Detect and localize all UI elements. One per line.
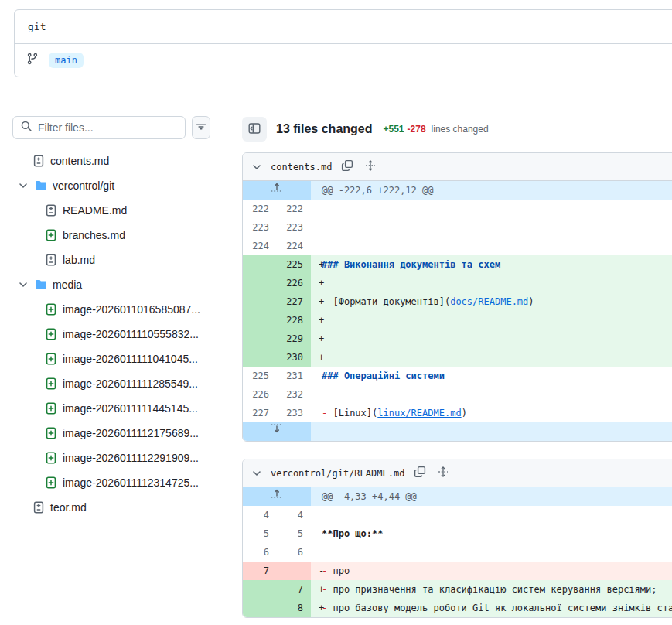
line-number-new: 5 bbox=[277, 524, 311, 543]
tree-folder-vercontrol-git[interactable]: vercontrol/git bbox=[12, 173, 210, 198]
tree-folder-media[interactable]: media bbox=[12, 272, 210, 297]
code-text: - bbox=[322, 562, 333, 580]
tree-file-teor-md[interactable]: teor.md bbox=[12, 495, 210, 520]
diff-modified-icon bbox=[32, 155, 45, 167]
code-link[interactable]: docs/README.md bbox=[450, 292, 528, 311]
chevron-down-icon[interactable] bbox=[251, 161, 263, 173]
chevron-down-icon[interactable] bbox=[17, 278, 29, 291]
expand-down-button[interactable] bbox=[243, 422, 311, 441]
code-text: про базову модель роботи Git як локально… bbox=[333, 599, 672, 617]
tree-file-image-2026011111445145[interactable]: image-2026011111445145... bbox=[12, 396, 210, 421]
diff-sign: + bbox=[311, 580, 322, 599]
expand-down-icon bbox=[268, 422, 285, 441]
diff-code-cell bbox=[311, 506, 672, 524]
tree-item-label: README.md bbox=[63, 204, 127, 217]
line-number-new: 231 bbox=[277, 367, 311, 385]
line-number-new: 232 bbox=[277, 385, 311, 404]
copy-icon bbox=[414, 466, 426, 480]
diff-line-ctx: 226232 bbox=[243, 385, 672, 404]
drag-move-button[interactable] bbox=[363, 158, 378, 176]
tree-file-image-2026011110555832[interactable]: image-2026011110555832... bbox=[12, 322, 210, 347]
diff-added-icon bbox=[45, 328, 57, 340]
content-area: contents.mdvercontrol/gitREADME.mdbranch… bbox=[0, 97, 672, 625]
folder-icon bbox=[35, 179, 47, 192]
tree-file-readme-md[interactable]: README.md bbox=[12, 198, 210, 223]
diff-sign bbox=[311, 367, 322, 385]
tree-file-image-2026011112314725[interactable]: image-2026011112314725... bbox=[12, 470, 210, 495]
expand-down-row bbox=[243, 422, 672, 441]
tree-item-label: teor.md bbox=[50, 501, 87, 514]
code-text: [Формати документів]( bbox=[333, 292, 450, 311]
code-text: - bbox=[322, 292, 333, 311]
diff-sign bbox=[311, 200, 322, 218]
tree-item-label: image-2026011112291909... bbox=[63, 452, 199, 464]
diff-sign: + bbox=[311, 599, 322, 617]
tree-file-image-2026011111285549[interactable]: image-2026011111285549... bbox=[12, 371, 210, 396]
diff-code-cell bbox=[311, 200, 672, 218]
diff-code-cell: ### Операційні системи bbox=[311, 367, 672, 385]
sidebar-collapse-button[interactable] bbox=[242, 117, 267, 142]
drag-move-button[interactable] bbox=[435, 464, 451, 482]
chevron-down-icon[interactable] bbox=[251, 467, 263, 480]
diff-line-add: 227+- [Формати документів](docs/README.m… bbox=[243, 292, 672, 311]
tree-item-label: image-2026011111041045... bbox=[63, 353, 198, 365]
expand-up-icon bbox=[268, 487, 285, 506]
code-text: ) bbox=[528, 292, 534, 311]
code-text: ### Виконання документів та схем bbox=[322, 255, 500, 274]
tree-file-contents-md[interactable]: contents.md bbox=[12, 149, 210, 173]
tree-item-label: vercontrol/git bbox=[53, 179, 114, 192]
line-number-old bbox=[243, 330, 277, 348]
tree-file-lab-md[interactable]: lab.md bbox=[12, 248, 210, 272]
diff-card-vercontrol-git-readme-md: vercontrol/git/README.md @@ -4,33 +4,44 … bbox=[242, 459, 672, 618]
diff-file-name: vercontrol/git/README.md bbox=[271, 468, 404, 479]
code-text: ### Операційні системи bbox=[322, 367, 445, 385]
filter-button[interactable] bbox=[192, 116, 210, 139]
diff-sign: + bbox=[311, 274, 322, 292]
diff-line-add: 7+- про призначення та класифікацію сист… bbox=[243, 580, 672, 599]
branch-badge[interactable]: main bbox=[49, 53, 84, 68]
tree-file-image-2026011111041045[interactable]: image-2026011111041045... bbox=[12, 347, 210, 371]
diff-code-cell: -- про bbox=[311, 562, 672, 580]
copy-path-button[interactable] bbox=[339, 158, 355, 176]
code-link[interactable]: linux/README.md bbox=[377, 404, 461, 422]
diff-list: contents.md @@ -222,6 +222,12 @@222222 2… bbox=[242, 152, 672, 618]
file-filter-box[interactable] bbox=[12, 116, 186, 139]
file-filter-input[interactable] bbox=[38, 121, 178, 134]
code-text: про bbox=[333, 562, 350, 580]
line-number-old: 4 bbox=[243, 506, 277, 524]
line-number-new: 227 bbox=[277, 292, 311, 311]
tree-file-image-2026011112175689[interactable]: image-2026011112175689... bbox=[12, 421, 210, 446]
commit-message-field[interactable]: git bbox=[15, 10, 672, 43]
tree-file-image-2026011112291909[interactable]: image-2026011112291909... bbox=[12, 446, 210, 470]
diff-added-icon bbox=[45, 353, 57, 365]
folder-icon bbox=[35, 278, 47, 291]
chevron-down-icon[interactable] bbox=[17, 179, 29, 192]
code-text: **Про що:** bbox=[322, 524, 383, 543]
diff-code-cell bbox=[311, 543, 672, 562]
diff-code-cell: + bbox=[311, 274, 672, 292]
diff-line-add: 225+### Виконання документів та схем bbox=[243, 255, 672, 274]
commit-message-text: git bbox=[28, 21, 46, 32]
hunk-header-row: @@ -222,6 +222,12 @@ bbox=[243, 181, 672, 200]
diff-added-icon bbox=[45, 476, 57, 489]
tree-file-branches-md[interactable]: branches.md bbox=[12, 223, 210, 248]
copy-path-button[interactable] bbox=[412, 464, 428, 482]
diff-sign: - bbox=[311, 562, 322, 580]
tree-file-image-2026011016585087[interactable]: image-2026011016585087... bbox=[12, 297, 210, 322]
file-tree-sidebar: contents.mdvercontrol/gitREADME.mdbranch… bbox=[0, 97, 223, 625]
diff-line-ctx: 55 **Про що:** bbox=[243, 524, 672, 543]
diff-file-header: contents.md bbox=[243, 153, 672, 181]
tree-item-label: media bbox=[53, 278, 82, 291]
expand-up-button[interactable] bbox=[243, 181, 311, 200]
code-text: - bbox=[322, 599, 333, 617]
line-number-old: 227 bbox=[243, 404, 277, 422]
line-number-new: 4 bbox=[277, 506, 311, 524]
expand-up-button[interactable] bbox=[243, 487, 311, 506]
diff-sign: + bbox=[311, 292, 322, 311]
search-icon bbox=[20, 120, 32, 135]
diff-added-icon bbox=[45, 303, 57, 316]
diff-added-icon bbox=[45, 377, 57, 390]
line-number-new bbox=[277, 562, 311, 580]
code-text: - bbox=[322, 580, 333, 599]
branch-row: main bbox=[15, 43, 672, 77]
